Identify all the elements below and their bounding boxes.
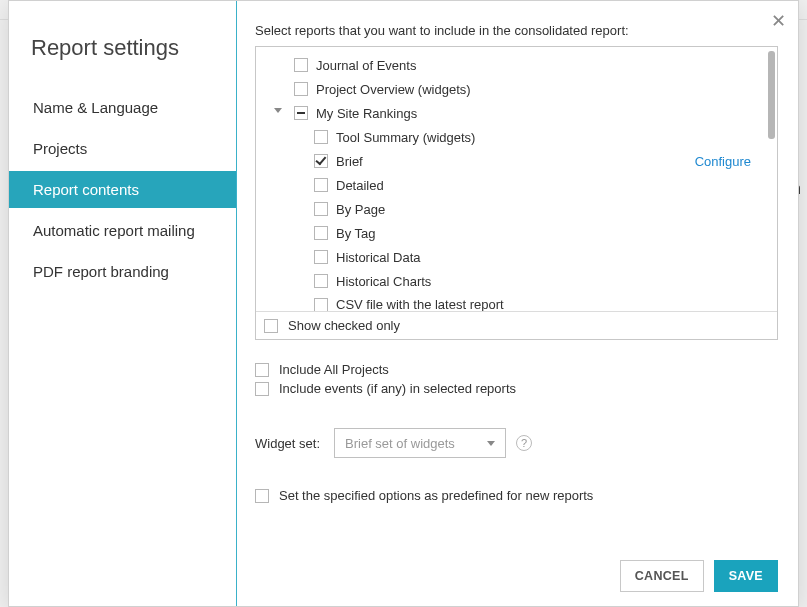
tree-item-brief[interactable]: Brief Configure	[264, 149, 769, 173]
report-tree-box: Journal of Events Project Overview (widg…	[255, 46, 778, 340]
checkbox-journal[interactable]	[294, 58, 308, 72]
tree-label: By Tag	[336, 226, 376, 241]
checkbox-include-events[interactable]	[255, 382, 269, 396]
checkbox-show-checked-only[interactable]	[264, 319, 278, 333]
checkbox-histdata[interactable]	[314, 250, 328, 264]
main-panel: Select reports that you want to include …	[237, 1, 798, 606]
report-settings-modal: ✕ Report settings Name & Language Projec…	[8, 0, 799, 607]
tree-label: Historical Charts	[336, 274, 431, 289]
checkbox-brief[interactable]	[314, 154, 328, 168]
tree-label: Detailed	[336, 178, 384, 193]
tree-item-overview[interactable]: Project Overview (widgets)	[264, 77, 769, 101]
checkbox-histcharts[interactable]	[314, 274, 328, 288]
tree-label: Project Overview (widgets)	[316, 82, 471, 97]
tree-label: By Page	[336, 202, 385, 217]
opt-include-events[interactable]: Include events (if any) in selected repo…	[255, 381, 778, 396]
save-button[interactable]: SAVE	[714, 560, 778, 592]
nav-name-language[interactable]: Name & Language	[9, 89, 236, 126]
tree-item-rankings[interactable]: My Site Rankings	[264, 101, 769, 125]
modal-title: Report settings	[9, 25, 236, 89]
modal-footer: CANCEL SAVE	[255, 544, 778, 592]
checkbox-rankings[interactable]	[294, 106, 308, 120]
widget-set-select[interactable]: Brief set of widgets	[334, 428, 506, 458]
checkbox-bypage[interactable]	[314, 202, 328, 216]
opt-label: Include All Projects	[279, 362, 389, 377]
configure-link[interactable]: Configure	[695, 154, 751, 169]
tree-label: Journal of Events	[316, 58, 416, 73]
tree-item-journal[interactable]: Journal of Events	[264, 53, 769, 77]
checkbox-csv[interactable]	[314, 298, 328, 311]
opt-predefined[interactable]: Set the specified options as predefined …	[255, 488, 778, 503]
opt-label: Set the specified options as predefined …	[279, 488, 593, 503]
checkbox-predefined[interactable]	[255, 489, 269, 503]
tree-item-histcharts[interactable]: Historical Charts	[264, 269, 769, 293]
checkbox-include-all-projects[interactable]	[255, 363, 269, 377]
nav-projects[interactable]: Projects	[9, 130, 236, 167]
tree-item-histdata[interactable]: Historical Data	[264, 245, 769, 269]
checkbox-toolsum[interactable]	[314, 130, 328, 144]
nav-report-contents[interactable]: Report contents	[9, 171, 236, 208]
tree-label: Brief	[336, 154, 363, 169]
report-tree: Journal of Events Project Overview (widg…	[256, 47, 777, 311]
widget-set-label: Widget set:	[255, 436, 320, 451]
checkbox-overview[interactable]	[294, 82, 308, 96]
tree-item-toolsum[interactable]: Tool Summary (widgets)	[264, 125, 769, 149]
show-checked-only-row[interactable]: Show checked only	[256, 311, 777, 339]
widget-set-row: Widget set: Brief set of widgets ?	[255, 428, 778, 458]
help-icon[interactable]: ?	[516, 435, 532, 451]
tree-label: CSV file with the latest report	[336, 297, 504, 312]
chevron-down-icon[interactable]	[274, 108, 282, 113]
tree-label: My Site Rankings	[316, 106, 417, 121]
tree-label: Historical Data	[336, 250, 421, 265]
tree-label: Tool Summary (widgets)	[336, 130, 475, 145]
opt-include-all-projects[interactable]: Include All Projects	[255, 362, 778, 377]
sidebar: Report settings Name & Language Projects…	[9, 1, 237, 606]
checkbox-detailed[interactable]	[314, 178, 328, 192]
widget-set-value: Brief set of widgets	[345, 436, 455, 451]
instruction-text: Select reports that you want to include …	[255, 23, 778, 38]
scrollbar-thumb[interactable]	[768, 51, 775, 139]
tree-item-csv[interactable]: CSV file with the latest report	[264, 293, 769, 311]
tree-item-detailed[interactable]: Detailed	[264, 173, 769, 197]
checkbox-bytag[interactable]	[314, 226, 328, 240]
chevron-down-icon	[487, 441, 495, 446]
nav-auto-mailing[interactable]: Automatic report mailing	[9, 212, 236, 249]
tree-item-bypage[interactable]: By Page	[264, 197, 769, 221]
cancel-button[interactable]: CANCEL	[620, 560, 704, 592]
show-checked-only-label: Show checked only	[288, 318, 400, 333]
opt-label: Include events (if any) in selected repo…	[279, 381, 516, 396]
tree-item-bytag[interactable]: By Tag	[264, 221, 769, 245]
nav-pdf-branding[interactable]: PDF report branding	[9, 253, 236, 290]
